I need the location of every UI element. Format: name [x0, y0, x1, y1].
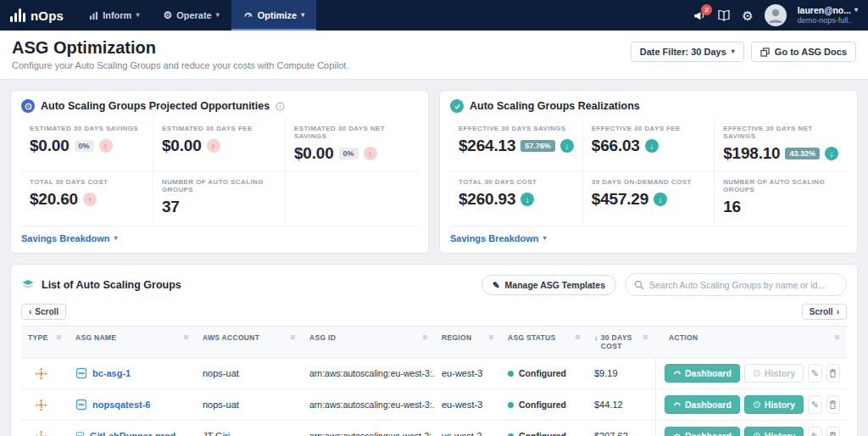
- delete-button[interactable]: [826, 395, 840, 414]
- trend-down-icon: ↓: [654, 193, 667, 206]
- nav-item-optimize[interactable]: Optimize ▾: [231, 0, 316, 31]
- gauge-icon: [243, 10, 253, 20]
- delete-button[interactable]: [826, 364, 840, 383]
- status-dot-configured: [508, 371, 514, 377]
- history-icon: [753, 400, 761, 409]
- scroll-right-button[interactable]: Scroll ›: [802, 304, 847, 320]
- asg-status-cell: Configured: [501, 368, 587, 378]
- savings-breakdown-link[interactable]: Savings Breakdown ▾: [21, 226, 418, 249]
- edit-button[interactable]: ✎: [808, 364, 821, 383]
- go-to-asg-docs-button[interactable]: Go to ASG Docs: [751, 42, 856, 62]
- delete-button[interactable]: [826, 427, 840, 436]
- edit-button[interactable]: ✎: [808, 395, 821, 414]
- nav-item-inform[interactable]: Inform ▾: [77, 0, 151, 31]
- column-menu-icon[interactable]: ≡: [57, 333, 62, 342]
- manage-asg-templates-button[interactable]: ✎ Manage ASG Templates: [481, 275, 616, 295]
- search-icon: [634, 280, 644, 290]
- savings-breakdown-label: Savings Breakdown: [21, 233, 110, 243]
- metric-value: $457.29: [592, 190, 648, 209]
- history-icon: [753, 432, 761, 436]
- history-button-disabled[interactable]: History: [744, 364, 804, 383]
- docs-book-button[interactable]: [717, 9, 731, 21]
- dashboard-button[interactable]: Dashboard: [665, 427, 740, 436]
- scroll-left-button[interactable]: ‹ Scroll: [21, 304, 66, 320]
- asg-list-title: List of Auto Scaling Groups: [42, 279, 181, 291]
- nops-logo[interactable]: nOps: [10, 8, 64, 23]
- metric-cell: TOTAL 30 DAYS COST $260.93 ↓: [450, 171, 583, 224]
- column-header-action[interactable]: ACTION ≡: [655, 327, 847, 357]
- metric-label: TOTAL 30 DAYS COST: [459, 178, 574, 186]
- metric-label: NUMBER OF AUTO SCALING GROUPS: [723, 178, 838, 193]
- trend-up-icon: ↑: [364, 147, 377, 160]
- asg-id-cell: arn:aws:autoscaling:eu-west-3:...: [303, 368, 435, 378]
- nops-logo-icon: [10, 8, 25, 22]
- nav-item-label: Optimize: [258, 10, 297, 20]
- layers-icon: [21, 279, 35, 291]
- dashboard-button[interactable]: Dashboard: [665, 395, 740, 414]
- pencil-icon: ✎: [492, 280, 500, 290]
- gear-icon: ⚙: [163, 10, 172, 20]
- date-filter-button[interactable]: Date Filter: 30 Days ▾: [631, 42, 744, 62]
- column-menu-icon[interactable]: ≡: [576, 333, 581, 342]
- history-button[interactable]: History: [744, 395, 804, 414]
- savings-breakdown-link[interactable]: Savings Breakdown ▾: [450, 226, 847, 249]
- asg-status-cell: Configured: [501, 431, 587, 436]
- metric-value: $198.10: [723, 144, 780, 163]
- realizations-card-title: Auto Scaling Groups Realizations: [470, 100, 640, 112]
- settings-button[interactable]: ⚙: [742, 9, 753, 22]
- info-icon[interactable]: i: [275, 102, 285, 111]
- history-icon: [753, 369, 761, 377]
- asg-search[interactable]: [625, 273, 847, 296]
- column-menu-icon[interactable]: ≡: [291, 333, 296, 342]
- navbar-right-cluster: 2 ⚙ lauren@no... ▾ demo-nops-full..: [693, 4, 858, 26]
- column-menu-icon[interactable]: ≡: [643, 333, 648, 342]
- asg-name-cell: bc-asg-1: [69, 367, 196, 379]
- gauge-icon: [673, 369, 682, 377]
- column-header-region[interactable]: REGION ≡: [435, 327, 501, 357]
- dashboard-button[interactable]: Dashboard: [665, 364, 740, 383]
- column-header-aws-account[interactable]: AWS ACCOUNT ≡: [196, 327, 303, 357]
- history-button[interactable]: History: [744, 427, 804, 436]
- cost-cell: $44.12: [587, 400, 655, 410]
- announcements-button[interactable]: 2: [693, 9, 706, 22]
- gear-icon: ⚙: [742, 9, 753, 22]
- column-menu-icon[interactable]: ≡: [489, 333, 494, 342]
- asg-name-link[interactable]: GitLabRunner-prod-nopste...: [90, 431, 189, 436]
- percent-badge: 43.32%: [785, 148, 820, 159]
- column-header-asg-id[interactable]: ASG ID ≡: [303, 327, 435, 357]
- scroll-right-label: Scroll: [810, 307, 833, 316]
- search-input[interactable]: [649, 280, 837, 290]
- column-menu-icon[interactable]: ≡: [184, 333, 189, 342]
- metric-label: EFFECTIVE 30 DAYS SAVINGS: [459, 125, 574, 132]
- metric-value: $264.13: [459, 137, 515, 155]
- table-header-row: TYPE ≡ ASG NAME ≡ AWS ACCOUNT ≡ ASG ID ≡…: [21, 326, 847, 358]
- status-dot-configured: [508, 433, 514, 436]
- asg-name-link[interactable]: bc-asg-1: [92, 368, 131, 378]
- nav-item-label: Operate: [176, 10, 212, 20]
- user-org: demo-nops-full..: [798, 16, 858, 25]
- edit-button[interactable]: ✎: [808, 427, 821, 436]
- asg-name-link[interactable]: nopsqatest-6: [92, 400, 150, 410]
- region-cell: eu-west-3: [435, 400, 501, 410]
- percent-badge: 0%: [75, 140, 94, 152]
- metric-cell: EFFECTIVE 30 DAYS FEE $66.03 ↓: [583, 118, 715, 171]
- column-header-asg-name[interactable]: ASG NAME ≡: [69, 327, 196, 357]
- nav-item-operate[interactable]: ⚙ Operate ▾: [151, 0, 231, 31]
- user-menu[interactable]: lauren@no... ▾ demo-nops-full..: [798, 5, 858, 25]
- manage-asg-templates-label: Manage ASG Templates: [505, 280, 605, 290]
- column-header-30-days-cost[interactable]: ↓30 DAYS COST ≡: [587, 327, 655, 357]
- metric-cell: ESTIMATED 30 DAYS FEE $0.00 ↑: [153, 118, 286, 171]
- metric-label: EFFECTIVE 30 DAYS NET SAVINGS: [723, 125, 838, 140]
- trash-icon: [828, 368, 837, 378]
- user-email: lauren@no...: [798, 5, 851, 16]
- metric-cell-empty: [286, 171, 418, 224]
- column-menu-icon[interactable]: ≡: [835, 333, 840, 342]
- asg-status-cell: Configured: [501, 400, 587, 410]
- column-header-asg-status[interactable]: ASG STATUS ≡: [501, 327, 587, 357]
- metric-cell: ESTIMATED 30 DAYS NET SAVINGS $0.00 0% ↑: [286, 118, 418, 171]
- avatar[interactable]: [765, 4, 787, 26]
- column-menu-icon[interactable]: ≡: [423, 333, 428, 342]
- notification-badge: 2: [701, 4, 712, 15]
- trend-up-icon: ↑: [207, 139, 220, 153]
- column-header-type[interactable]: TYPE ≡: [21, 327, 69, 357]
